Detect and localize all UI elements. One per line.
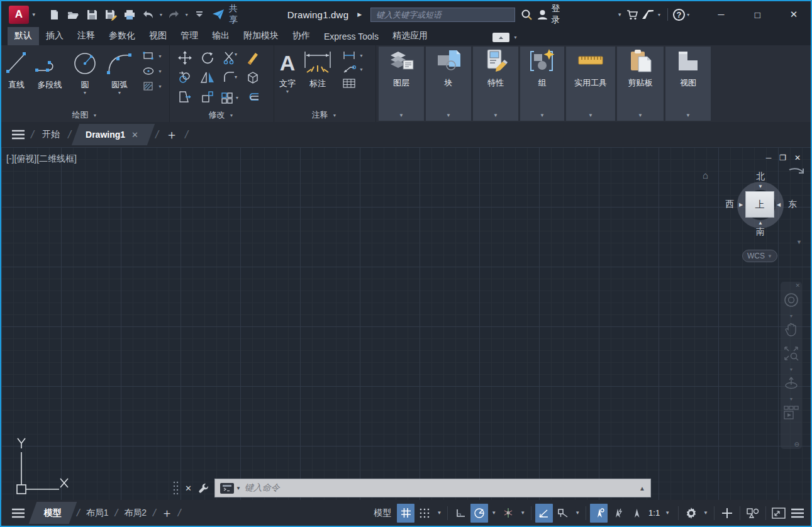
viewport-restore-icon[interactable]: ❐ [779,153,786,162]
model-space-button[interactable]: 模型 [369,508,396,519]
app-logo[interactable]: A [9,6,29,24]
ribbon-collapse-caret-icon[interactable]: ▼ [513,35,518,40]
clipboard-panel-button[interactable]: 剪贴板 ▼ [617,47,664,121]
app-menu-caret-icon[interactable]: ▼ [31,12,36,18]
autodesk-logo-icon[interactable] [640,6,656,23]
fillet-button[interactable]: ▾ [223,71,238,86]
command-input[interactable]: ▼ 键入命令 ▲ [214,479,651,497]
ribbon-tab-express[interactable]: Express Tools [317,28,386,45]
orbit-caret-icon[interactable]: ▼ [789,397,794,401]
text-button[interactable]: A 文字 ▼ [279,49,296,94]
viewcube[interactable]: ⌂ 北 西 东 南 ▼ ▲ ▶ ◀ 上 WCS▼ ▼ [724,166,799,267]
viewcube-arrow-north-icon[interactable]: ▼ [758,184,763,189]
title-expand-arrow-icon[interactable]: ▶ [357,11,362,18]
viewcube-west[interactable]: 西 [725,199,734,210]
annotate-panel-title[interactable]: 注释▼ [274,108,375,122]
annotation-visibility-toggle[interactable] [590,504,608,523]
properties-panel-caret-icon[interactable]: ▼ [493,113,498,118]
ellipse-caret-icon[interactable]: ▼ [158,69,162,74]
steering-wheel-icon[interactable] [784,292,799,310]
navigation-bar[interactable]: ✕ ▼ ▼ ▼ ⊖ [781,282,802,449]
ribbon-tab-manage[interactable]: 管理 [174,27,205,45]
share-button[interactable] [210,6,226,23]
block-panel-button[interactable]: 块 ▼ [426,47,471,121]
search-input[interactable] [370,8,515,22]
ribbon-tab-default[interactable]: 默认 [8,27,39,45]
erase-button[interactable] [245,50,260,68]
snap-caret-icon[interactable]: ▼ [434,510,444,516]
osnap-toggle[interactable] [554,504,572,523]
annotation-scale-value[interactable]: 1:1▼ [646,508,675,518]
help-caret-icon[interactable]: ▼ [686,13,691,17]
new-layout-button[interactable]: ＋ [161,505,173,521]
ribbon-tab-insert[interactable]: 插入 [39,27,70,45]
polyline-button[interactable]: 多段线 [33,49,66,91]
search-icon[interactable] [519,6,535,23]
arc-caret-icon[interactable]: ▼ [118,91,122,95]
viewport-minimize-icon[interactable]: ─ [766,153,772,162]
model-tab[interactable]: 模型 [33,502,73,524]
redo-button[interactable] [166,6,182,23]
wcs-selector[interactable]: WCS▼ [742,250,777,262]
ellipse-button[interactable]: ▼ [142,65,164,77]
ribbon-tab-view[interactable]: 视图 [142,27,174,45]
clipboard-panel-caret-icon[interactable]: ▼ [638,113,643,118]
ribbon-tab-output[interactable]: 输出 [205,27,236,45]
layout2-tab[interactable]: 布局2 [121,504,149,523]
polar-caret-icon[interactable]: ▼ [489,510,499,516]
group-panel-button[interactable]: 组 ▼ [520,47,564,121]
command-wrench-icon[interactable] [198,482,209,494]
isodraft-caret-icon[interactable]: ▼ [518,510,528,516]
ortho-toggle[interactable] [452,504,469,523]
rectangle-caret-icon[interactable]: ▼ [158,54,162,58]
view-panel-button[interactable]: 视图 ▼ [665,47,711,121]
ribbon-tab-parametric[interactable]: 参数化 [102,27,142,45]
offset-button[interactable] [245,91,260,106]
plot-button[interactable] [121,6,138,23]
linear-dim-button[interactable]: ▼ [342,50,365,60]
pan-hand-icon[interactable] [784,322,798,340]
annotation-autoscale-toggle[interactable] [609,504,626,523]
annotation-scale-icon-button[interactable] [628,504,645,523]
utilities-panel-button[interactable]: 实用工具 ▼ [566,47,615,121]
array-caret-icon[interactable]: ▼ [235,96,240,100]
status-customize-button[interactable] [789,504,806,523]
circle-caret-icon[interactable]: ▼ [83,91,87,95]
redo-caret-icon[interactable]: ▼ [184,13,189,17]
array-button[interactable]: ▼ [220,91,241,105]
clean-screen-button[interactable] [770,504,787,523]
viewcube-home-icon[interactable]: ⌂ [703,170,708,180]
arc-button[interactable]: 圆弧 ▼ [104,49,135,95]
view-panel-caret-icon[interactable]: ▼ [686,113,691,118]
command-bar[interactable]: ✕ ▼ 键入命令 ▲ [168,477,651,499]
explode-button[interactable] [245,70,260,87]
login-button[interactable]: 登录 [552,3,569,26]
table-button[interactable] [342,78,365,89]
osnap-caret-icon[interactable]: ▼ [572,510,582,516]
stretch-button[interactable] [177,90,192,106]
wheel-caret-icon[interactable]: ▼ [789,314,794,318]
text-caret-icon[interactable]: ▼ [286,89,290,94]
viewcube-south[interactable]: 南 [756,226,765,238]
viewport-controls-label[interactable]: [-][俯视][二维线框] [6,153,77,165]
undo-button[interactable] [140,6,157,23]
workspace-switch-button[interactable] [682,504,700,523]
command-history-caret-icon[interactable]: ▲ [639,485,645,492]
ribbon-tab-featured[interactable]: 精选应用 [386,27,435,45]
utilities-panel-caret-icon[interactable]: ▼ [588,113,593,118]
circle-button[interactable]: 圆 ▼ [70,49,100,95]
hatch-caret-icon[interactable]: ▼ [158,84,162,89]
drawing-canvas[interactable]: [-][俯视][二维线框] ─ ❐ ✕ ⌂ 北 西 东 南 ▼ ▲ ▶ ◀ 上 … [1,147,811,501]
autodesk-caret-icon[interactable]: ▼ [657,13,662,17]
properties-panel-button[interactable]: 特性 ▼ [473,47,518,121]
otrack-toggle[interactable] [535,504,553,523]
ribbon-collapse-icon[interactable] [492,33,509,42]
dimension-button[interactable]: 标注 [301,49,334,89]
viewcube-top-face[interactable]: 上 [745,191,774,218]
trim-button[interactable]: ▾ [223,51,238,67]
drawing1-tab[interactable]: Drawing1✕ [75,124,151,145]
viewcube-arrow-south-icon[interactable]: ▲ [758,220,763,226]
start-tab[interactable]: 开始 [38,124,64,145]
rotate-button[interactable] [201,51,214,67]
command-prompt-icon[interactable] [220,483,234,494]
